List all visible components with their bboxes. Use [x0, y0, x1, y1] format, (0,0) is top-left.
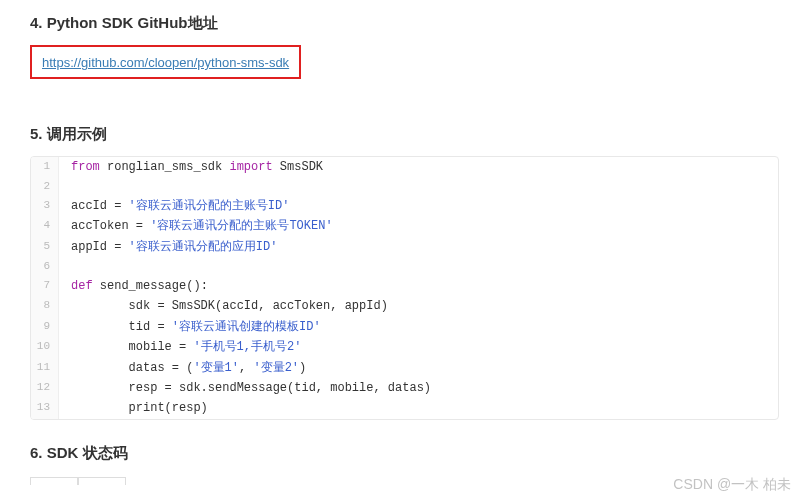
status-code-tabs-stub: [30, 477, 779, 485]
line-number: 12: [31, 378, 59, 398]
code-example: 1from ronglian_sms_sdk import SmsSDK23ac…: [30, 156, 779, 420]
line-number: 1: [31, 157, 59, 177]
line-number: 4: [31, 216, 59, 236]
line-number: 7: [31, 276, 59, 296]
code-line: def send_message():: [59, 276, 208, 296]
code-line: accId = '容联云通讯分配的主账号ID': [59, 196, 289, 216]
line-number: 9: [31, 317, 59, 337]
code-line: sdk = SmsSDK(accId, accToken, appId): [59, 296, 388, 316]
line-number: 10: [31, 337, 59, 357]
code-line: datas = ('变量1', '变量2'): [59, 358, 306, 378]
line-number: 11: [31, 358, 59, 378]
code-row: 1from ronglian_sms_sdk import SmsSDK: [31, 157, 778, 177]
code-row: 13 print(resp): [31, 398, 778, 418]
code-line: tid = '容联云通讯创建的模板ID': [59, 317, 321, 337]
line-number: 3: [31, 196, 59, 216]
section-5-title: 5. 调用示例: [30, 125, 779, 144]
code-line: from ronglian_sms_sdk import SmsSDK: [59, 157, 323, 177]
code-line: [59, 177, 71, 196]
code-row: 11 datas = ('变量1', '变量2'): [31, 358, 778, 378]
code-line: [59, 257, 71, 276]
code-line: print(resp): [59, 398, 208, 418]
code-row: 4accToken = '容联云通讯分配的主账号TOKEN': [31, 216, 778, 236]
line-number: 6: [31, 257, 59, 276]
line-number: 5: [31, 237, 59, 257]
code-row: 2: [31, 177, 778, 196]
code-line: resp = sdk.sendMessage(tid, mobile, data…: [59, 378, 431, 398]
line-number: 2: [31, 177, 59, 196]
code-row: 3accId = '容联云通讯分配的主账号ID': [31, 196, 778, 216]
line-number: 8: [31, 296, 59, 316]
code-line: appId = '容联云通讯分配的应用ID': [59, 237, 277, 257]
section-4-title: 4. Python SDK GitHub地址: [30, 14, 779, 33]
code-row: 6: [31, 257, 778, 276]
code-line: accToken = '容联云通讯分配的主账号TOKEN': [59, 216, 333, 236]
code-row: 8 sdk = SmsSDK(accId, accToken, appId): [31, 296, 778, 316]
code-row: 9 tid = '容联云通讯创建的模板ID': [31, 317, 778, 337]
line-number: 13: [31, 398, 59, 418]
code-row: 7def send_message():: [31, 276, 778, 296]
code-row: 5appId = '容联云通讯分配的应用ID': [31, 237, 778, 257]
section-6-title: 6. SDK 状态码: [30, 444, 779, 463]
code-row: 12 resp = sdk.sendMessage(tid, mobile, d…: [31, 378, 778, 398]
code-line: mobile = '手机号1,手机号2': [59, 337, 301, 357]
github-link[interactable]: https://github.com/cloopen/python-sms-sd…: [42, 55, 289, 70]
github-link-box: https://github.com/cloopen/python-sms-sd…: [30, 45, 301, 79]
code-row: 10 mobile = '手机号1,手机号2': [31, 337, 778, 357]
